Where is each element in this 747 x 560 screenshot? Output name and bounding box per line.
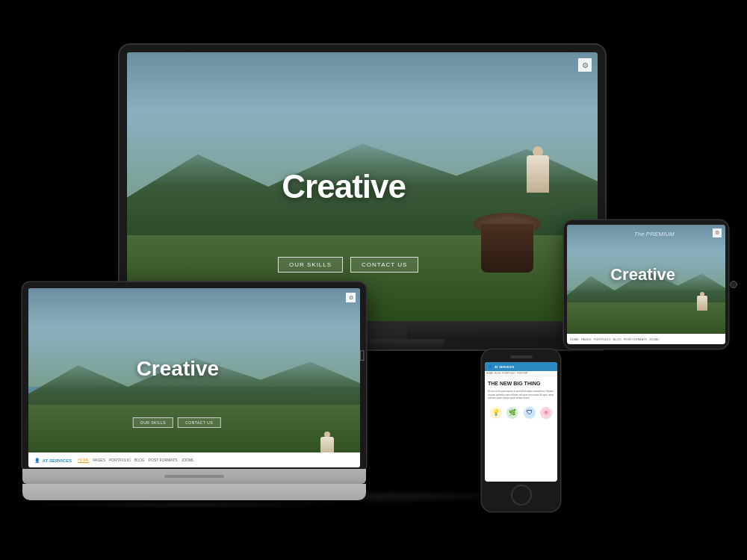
ipad-home-button[interactable]	[730, 281, 737, 288]
iphone-logo-text: AT SERVICES	[495, 365, 514, 369]
ipad-nav-home[interactable]: HOME	[570, 337, 579, 341]
ipad-nav-portfolio[interactable]: PORTFOLIO	[594, 337, 611, 341]
laptop-buttons: OUR SKILLS CONTACT US	[133, 417, 221, 428]
iphone-home-button[interactable]	[511, 485, 532, 505]
iphone: 👤 AT SERVICES HOME BLOG PORTFOLIO POST F…	[482, 349, 560, 511]
laptop-nav-blog[interactable]: BLOG	[134, 458, 145, 463]
iphone-bulb-icon: 💡	[490, 407, 502, 419]
desktop-gear-icon[interactable]: ⚙	[578, 58, 592, 72]
ipad-premium-text: The PREMIUM	[634, 231, 675, 237]
iphone-speaker	[510, 355, 533, 358]
desktop-stump	[474, 213, 541, 273]
ipad-gear-icon[interactable]: ⚙	[713, 228, 722, 237]
laptop-nav-items: HOME PAGES PORTFOLIO BLOG POST FORMATS J…	[78, 458, 194, 463]
desktop-title: Creative	[282, 168, 406, 205]
iphone-screen: 👤 AT SERVICES HOME BLOG PORTFOLIO POST F…	[485, 362, 557, 482]
iphone-flower-icon: 🌸	[540, 407, 552, 419]
laptop-nav-pages[interactable]: PAGES	[93, 458, 105, 463]
iphone-icons-row: 💡 🌿 🛡 🌸	[485, 401, 557, 420]
laptop-contact-button[interactable]: CONTACT US	[178, 417, 220, 428]
iphone-frame: 👤 AT SERVICES HOME BLOG PORTFOLIO POST F…	[482, 349, 560, 511]
stump-body	[481, 224, 533, 273]
iphone-nav-bar: HOME BLOG PORTFOLIO POST FMT	[485, 371, 557, 376]
laptop-keyboard-base	[22, 484, 366, 500]
iphone-nav-home[interactable]: HOME	[486, 372, 493, 375]
desktop-person	[515, 146, 560, 214]
laptop-screen-wrapper: Creative OUR SKILLS CONTACT US ⚙ 👤 AT SE…	[22, 282, 366, 469]
desktop-screen: Creative OUR SKILLS CONTACT US ⚙	[127, 52, 598, 321]
ipad-title: Creative	[610, 265, 675, 284]
iphone-header: 👤 AT SERVICES	[485, 362, 557, 371]
ipad-screen: The PREMIUM Creative ⚙ HOME PAGES PORTFO…	[567, 225, 725, 344]
desktop-contact-button[interactable]: CONTACT US	[350, 257, 418, 273]
ipad-nav-pages[interactable]: PAGES	[581, 337, 592, 341]
laptop-title: Creative	[137, 357, 220, 381]
iphone-body-text: Si vero id est praeceptum si quid aliud …	[485, 388, 557, 401]
desktop-skills-button[interactable]: OUR SKILLS	[278, 257, 343, 273]
ipad-nav-blog[interactable]: BLOG	[613, 337, 622, 341]
iphone-nav-portfolio[interactable]: PORTFOLIO	[502, 372, 515, 375]
laptop-nav-formats[interactable]: POST FORMATS	[149, 458, 178, 463]
ipad-nav-joomla[interactable]: JOOML	[649, 337, 660, 341]
scene: Creative OUR SKILLS CONTACT US ⚙ 	[0, 0, 747, 560]
ipad-navbar: HOME PAGES PORTFOLIO BLOG POST FORMATS J…	[567, 334, 725, 344]
iphone-shield-icon: 🛡	[524, 407, 536, 419]
ipad-nav-formats[interactable]: POST FORMATS	[624, 337, 647, 341]
laptop-nav-portfolio[interactable]: PORTFOLIO	[109, 458, 131, 463]
desktop-buttons: OUR SKILLS CONTACT US	[278, 257, 418, 273]
ipad: The PREMIUM Creative ⚙ HOME PAGES PORTFO…	[564, 220, 728, 349]
iphone-nav-blog[interactable]: BLOG	[495, 372, 500, 375]
laptop-navbar: 👤 AT SERVICES HOME PAGES PORTFOLIO BLOG …	[28, 452, 360, 467]
ipad-frame: The PREMIUM Creative ⚙ HOME PAGES PORTFO…	[564, 220, 728, 349]
ipad-person	[695, 292, 710, 318]
laptop-nav-home[interactable]: HOME	[78, 458, 89, 463]
laptop: Creative OUR SKILLS CONTACT US ⚙ 👤 AT SE…	[22, 282, 366, 500]
laptop-nav-joomla[interactable]: JOOML	[182, 458, 194, 463]
iphone-plant-icon: 🌿	[506, 407, 518, 419]
laptop-base	[22, 469, 366, 484]
iphone-big-text: THE NEW BIG THING	[485, 376, 557, 388]
shadow-laptop	[15, 500, 359, 509]
apple-logo-icon: 	[359, 347, 365, 364]
laptop-screen: Creative OUR SKILLS CONTACT US ⚙ 👤 AT SE…	[28, 288, 360, 467]
laptop-logo: 👤 AT SERVICES	[34, 458, 72, 463]
iphone-nav-formats[interactable]: POST FMT	[517, 372, 528, 375]
laptop-hinge	[164, 475, 224, 478]
laptop-gear-icon[interactable]: ⚙	[346, 293, 356, 302]
laptop-skills-button[interactable]: OUR SKILLS	[133, 417, 173, 428]
user-icon: 👤	[34, 458, 41, 463]
iphone-logo-icon: 👤	[488, 364, 492, 369]
